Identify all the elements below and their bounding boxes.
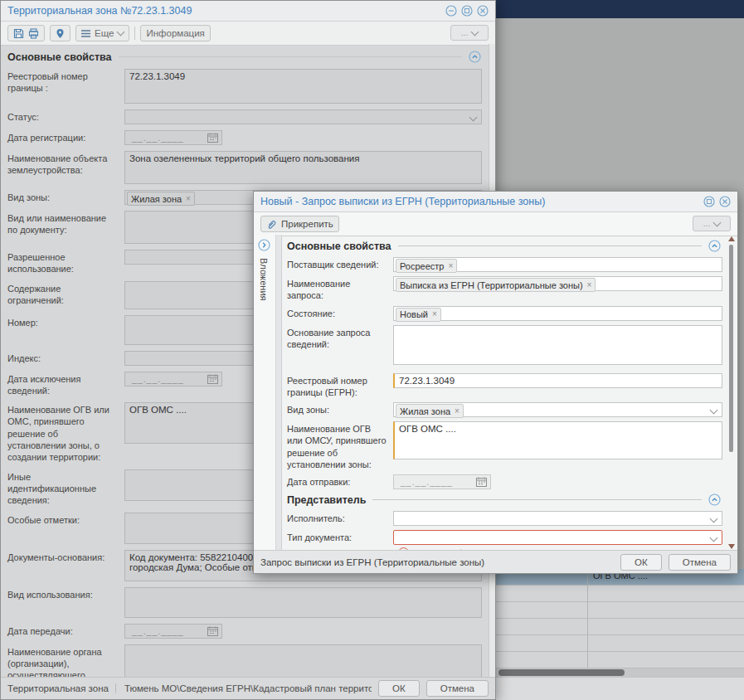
- table-row[interactable]: [495, 619, 744, 635]
- table-row[interactable]: [495, 586, 744, 602]
- chip-remove-icon[interactable]: [432, 310, 437, 318]
- tab-attachments[interactable]: Вложения: [259, 258, 269, 301]
- toolbar-overflow-button[interactable]: ...: [450, 25, 489, 41]
- scroll-down-icon[interactable]: [728, 544, 735, 549]
- field-label: Иные идентификационные сведения:: [7, 469, 124, 507]
- save-icon[interactable]: [13, 28, 24, 39]
- close-icon[interactable]: [477, 5, 489, 17]
- egrn-request-dialog: Новый - Запрос выписки из ЕГРН (Территор…: [253, 191, 738, 574]
- date-placeholder: __.__.____: [401, 477, 453, 487]
- collapse-icon[interactable]: [708, 240, 721, 252]
- zone-window-titlebar[interactable]: Территориальная зона №72.23.1.3049: [1, 1, 495, 22]
- chip-label: Жилая зона: [400, 406, 450, 416]
- table-row[interactable]: [495, 602, 744, 619]
- calendar-icon[interactable]: [207, 626, 218, 636]
- chevron-down-icon: [713, 218, 722, 226]
- dialog-toolbar: Прикрепить ...: [254, 212, 737, 236]
- reg-date-input[interactable]: __.__.____: [124, 130, 222, 145]
- minimize-icon[interactable]: [445, 5, 457, 17]
- scrollbar-thumb[interactable]: [729, 245, 733, 452]
- request-name-input[interactable]: Выписка из ЕГРН (Территориальные зоны): [393, 276, 722, 291]
- cancel-button[interactable]: Отмена: [669, 554, 731, 571]
- hamburger-icon: [81, 30, 90, 37]
- close-icon[interactable]: [719, 196, 731, 207]
- reason-field[interactable]: [393, 325, 722, 365]
- field-row: Наименование объекта землеустройства: Зо…: [7, 151, 482, 184]
- executor-select[interactable]: [393, 511, 722, 526]
- ogv-name-field[interactable]: ОГВ ОМС ....: [393, 421, 722, 459]
- chip-label: Новый: [400, 309, 428, 319]
- section-line: [372, 499, 702, 500]
- save-print-group[interactable]: [7, 25, 45, 41]
- field-row: Реестровый номер границы : 72.23.1.3049: [7, 69, 482, 104]
- chip-remove-icon[interactable]: [186, 195, 191, 203]
- field-label: Тип документа:: [287, 530, 393, 545]
- field-label: Реестровый номер границы (ЕГРН):: [287, 373, 393, 399]
- field-label: Состояние:: [287, 306, 393, 321]
- tag-chip[interactable]: Выписка из ЕГРН (Территориальные зоны): [396, 278, 596, 292]
- state-input[interactable]: Новый: [393, 306, 722, 321]
- egrn-reg-number-input[interactable]: 72.23.1.3049: [393, 373, 722, 388]
- attach-button[interactable]: Прикрепить: [260, 216, 339, 232]
- scroll-up-icon[interactable]: [728, 236, 735, 241]
- dialog-titlebar[interactable]: Новый - Запрос выписки из ЕГРН (Территор…: [254, 192, 737, 212]
- map-pin-button[interactable]: [50, 25, 71, 41]
- toolbar-overflow-button[interactable]: ...: [693, 216, 731, 231]
- field-row: Статус:: [7, 109, 482, 124]
- field-row: Вид использования:: [7, 587, 482, 618]
- ok-button[interactable]: ОК: [620, 554, 662, 571]
- chip-label: Росреестр: [400, 261, 444, 271]
- exclusion-date-input[interactable]: __.__.____: [124, 372, 222, 386]
- scrollbar-thumb[interactable]: [498, 669, 625, 676]
- reg-number-field[interactable]: 72.23.1.3049: [124, 69, 482, 104]
- ok-button[interactable]: ОК: [378, 680, 420, 697]
- date-placeholder: __.__.____: [132, 374, 184, 384]
- more-button[interactable]: Еще: [75, 25, 129, 41]
- background-footer: [495, 677, 744, 700]
- chevron-down-icon: [471, 27, 479, 36]
- print-icon[interactable]: [28, 28, 39, 39]
- table-row[interactable]: [495, 635, 744, 652]
- status-select[interactable]: [124, 109, 482, 124]
- paperclip-icon: [266, 219, 277, 230]
- chip-remove-icon[interactable]: [587, 281, 592, 289]
- zone-kind-select[interactable]: Жилая зона: [393, 402, 722, 417]
- tag-chip[interactable]: Росреестр: [396, 259, 457, 273]
- doc-type-select[interactable]: [393, 530, 722, 545]
- tag-chip[interactable]: Жилая зона: [396, 404, 464, 418]
- field-row: Наименование ОГВ или ОМСУ, принявшего ре…: [287, 421, 722, 470]
- use-kind-field[interactable]: [124, 587, 482, 618]
- statusbar-text: Запрос выписки из ЕГРН (Территориальные …: [260, 557, 614, 567]
- field-label: Дата исключения сведений:: [7, 372, 124, 397]
- section-title: Основные свойства: [287, 241, 391, 252]
- chip-label: Жилая зона: [131, 194, 182, 204]
- field-label: Документы-основания:: [7, 550, 124, 581]
- calendar-icon[interactable]: [476, 477, 487, 487]
- collapse-icon[interactable]: [469, 51, 481, 63]
- collapse-icon[interactable]: [708, 493, 721, 506]
- maximize-icon[interactable]: [703, 196, 715, 207]
- transfer-date-input[interactable]: __.__.____: [124, 624, 222, 639]
- storage-org-field[interactable]: [124, 644, 482, 678]
- chevron-down-icon: [117, 28, 125, 36]
- attachments-panel: Вложения: [254, 235, 275, 551]
- provider-input[interactable]: Росреестр: [393, 257, 722, 272]
- field-label: Номер:: [7, 315, 124, 345]
- horizontal-scrollbar[interactable]: [495, 668, 744, 677]
- tag-chip[interactable]: Новый: [396, 308, 441, 322]
- expand-panel-icon[interactable]: [258, 239, 270, 251]
- calendar-icon[interactable]: [207, 133, 218, 143]
- chip-remove-icon[interactable]: [455, 407, 460, 416]
- calendar-icon[interactable]: [207, 374, 218, 384]
- table-row[interactable]: [495, 652, 744, 668]
- field-row: Наименование органа (организации), осуще…: [7, 644, 482, 678]
- cancel-button[interactable]: Отмена: [426, 680, 489, 697]
- chip-remove-icon[interactable]: [448, 262, 453, 270]
- maximize-icon[interactable]: [461, 5, 473, 17]
- send-date-input[interactable]: __.__.____: [393, 474, 491, 489]
- tag-chip[interactable]: Жилая зона: [127, 192, 195, 206]
- object-name-field[interactable]: Зона озелененных территорий общего польз…: [124, 151, 482, 184]
- information-button[interactable]: Информация: [140, 25, 210, 41]
- dialog-vertical-scrollbar[interactable]: [727, 236, 736, 549]
- panel-splitter[interactable]: [275, 235, 282, 551]
